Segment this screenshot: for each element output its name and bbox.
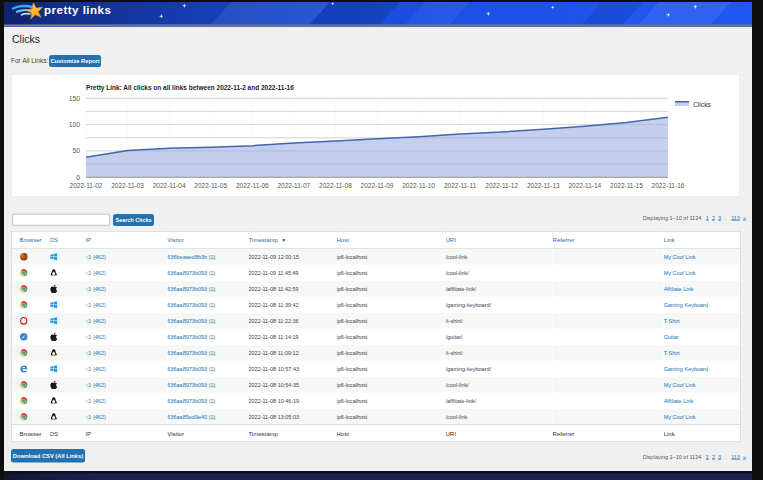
svg-text:2022-11-07: 2022-11-07 [277, 182, 310, 189]
svg-text:150: 150 [69, 95, 81, 102]
svg-text:2022-11-03: 2022-11-03 [111, 182, 144, 189]
svg-text:2022-11-02: 2022-11-02 [70, 182, 103, 189]
svg-text:0: 0 [76, 174, 80, 181]
svg-text:2022-11-08: 2022-11-08 [319, 182, 352, 189]
svg-text:100: 100 [69, 121, 81, 128]
svg-text:2022-11-10: 2022-11-10 [402, 182, 435, 189]
svg-text:2022-11-04: 2022-11-04 [153, 182, 186, 189]
svg-text:Pretty Link: All clicks on all: Pretty Link: All clicks on all links bet… [86, 84, 294, 92]
svg-text:2022-11-12: 2022-11-12 [485, 182, 518, 189]
svg-text:2022-11-15: 2022-11-15 [610, 182, 643, 189]
svg-text:2022-11-13: 2022-11-13 [527, 182, 560, 189]
svg-text:2022-11-06: 2022-11-06 [236, 182, 269, 189]
svg-text:50: 50 [72, 147, 80, 154]
svg-text:2022-11-05: 2022-11-05 [194, 182, 227, 189]
svg-text:2022-11-16: 2022-11-16 [652, 182, 685, 189]
svg-text:Clicks: Clicks [693, 101, 712, 108]
svg-text:2022-11-14: 2022-11-14 [568, 182, 601, 189]
svg-text:2022-11-09: 2022-11-09 [361, 182, 394, 189]
svg-text:2022-11-11: 2022-11-11 [444, 182, 477, 189]
